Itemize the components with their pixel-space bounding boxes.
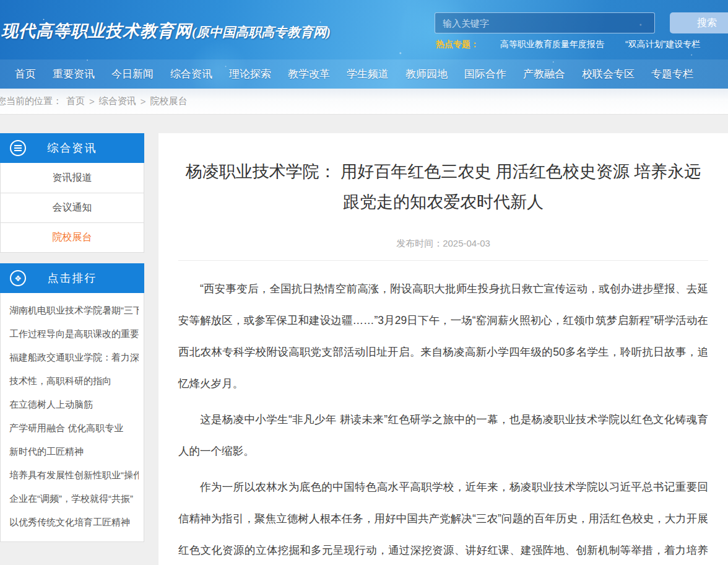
sidebar-category-header: 综合资讯	[0, 133, 144, 163]
sidebar-ranking-header: ❖ 点击排行	[0, 263, 144, 293]
breadcrumb-label: 您当前的位置：	[0, 95, 62, 107]
nav-item-teacher-garden[interactable]: 教师园地	[405, 67, 448, 81]
sidebar-category-panel: 综合资讯 资讯报道 会议通知 院校展台	[0, 133, 144, 253]
main-nav: 首页 重要资讯 今日新闻 综合资讯 理论探索 教学改革 学生频道 教师园地 国际…	[0, 59, 728, 89]
nav-item-school-association[interactable]: 校联会专区	[582, 67, 635, 81]
sidebar-category-items: 资讯报道 会议通知 院校展台	[0, 163, 144, 253]
nav-item-industry-education[interactable]: 产教融合	[523, 67, 565, 81]
nav-item-student-channel[interactable]: 学生频道	[347, 67, 389, 81]
article-paragraph: “西安事变后，全国抗日热情空前高涨，附设高职大批师生投身抗日救亡宣传运动，或创办…	[178, 273, 708, 400]
ranking-list-item[interactable]: 湖南机电职业技术学院暑期“三下...	[9, 299, 139, 322]
ranking-list-item[interactable]: 新时代的工匠精神	[9, 440, 139, 463]
breadcrumb: 您当前的位置： 首页 > 综合资讯 > 院校展台	[0, 89, 728, 115]
nav-item-special-columns[interactable]: 专题专栏	[651, 67, 693, 81]
diamond-circle-icon: ❖	[10, 270, 26, 286]
ranking-list-item[interactable]: 福建船政交通职业学院：着力深...	[9, 346, 139, 369]
search-input[interactable]	[435, 12, 655, 33]
site-logo: 现代高等职业技术教育网(原中国高职高专教育网)	[1, 20, 331, 42]
article-paragraph: 作为一所以农林水为底色的中国特色高水平高职学校，近年来，杨凌职业技术学院以习近平…	[178, 471, 708, 565]
nav-item-international[interactable]: 国际合作	[464, 67, 506, 81]
article-publish-info: 发布时间：2025-04-03	[178, 238, 708, 250]
sidebar-ranking-panel: ❖ 点击排行 湖南机电职业技术学院暑期“三下... 工作过程导向是高职课改的重要…	[0, 263, 144, 542]
site-logo-main: 现代高等职业技术教育网	[1, 22, 192, 40]
ranking-list-item[interactable]: 产学研用融合 优化高职专业	[9, 416, 139, 440]
nav-item-general-news[interactable]: 综合资讯	[170, 67, 212, 81]
menu-circle-icon	[10, 140, 26, 156]
article-panel: 杨凌职业技术学院： 用好百年红色三农史 用活红色校史资源 培养永远跟党走的知农爱…	[158, 133, 728, 565]
nav-item-teaching-reform[interactable]: 教学改革	[288, 67, 330, 81]
sidebar-ranking-list: 湖南机电职业技术学院暑期“三下... 工作过程导向是高职课改的重要... 福建船…	[0, 293, 144, 542]
nav-item-home[interactable]: 首页	[15, 67, 36, 81]
sidebar-item-news-report[interactable]: 资讯报道	[1, 163, 144, 193]
breadcrumb-section[interactable]: 综合资讯	[99, 95, 136, 107]
ranking-list-item[interactable]: 企业在“调频”，学校就得“共振”	[9, 487, 139, 510]
nav-item-theory[interactable]: 理论探索	[229, 67, 271, 81]
hot-topic-link-shuanggao[interactable]: “双高计划”建设专栏	[625, 39, 700, 50]
article-divider	[178, 260, 708, 261]
ranking-list-item[interactable]: 在立德树人上动脑筋	[9, 393, 139, 416]
breadcrumb-separator: >	[141, 96, 146, 107]
sidebar-category-title: 综合资讯	[48, 141, 97, 155]
hot-topics-label: 热点专题：	[436, 39, 479, 50]
site-header: 现代高等职业技术教育网(原中国高职高专教育网) 搜索 热点专题： 高等职业教育质…	[0, 0, 728, 89]
sidebar-ranking-title: 点击排行	[48, 271, 97, 286]
article-paragraph: 这是杨凌中小学生“非凡少年 耕读未来”红色研学之旅中的一幕，也是杨凌职业技术学院…	[178, 404, 708, 467]
ranking-list-item[interactable]: 技术性，高职科研的指向	[9, 369, 139, 393]
site-logo-sub: (原中国高职高专教育网)	[192, 25, 331, 40]
sidebar-item-school-showcase[interactable]: 院校展台	[1, 222, 144, 252]
article-body: “西安事变后，全国抗日热情空前高涨，附设高职大批师生投身抗日救亡宣传运动，或创办…	[178, 273, 708, 565]
breadcrumb-current[interactable]: 院校展台	[150, 95, 188, 107]
search-button[interactable]: 搜索	[670, 12, 728, 33]
nav-item-important-news[interactable]: 重要资讯	[53, 67, 95, 81]
hot-topics-row: 热点专题： 高等职业教育质量年度报告 “双高计划”建设专栏	[436, 39, 700, 50]
article-title: 杨凌职业技术学院： 用好百年红色三农史 用活红色校史资源 培养永远跟党走的知农爱…	[178, 157, 708, 217]
breadcrumb-home[interactable]: 首页	[66, 95, 85, 107]
ranking-list-item[interactable]: 以优秀传统文化培育工匠精神	[9, 510, 139, 534]
ranking-list-item[interactable]: 工作过程导向是高职课改的重要...	[9, 322, 139, 346]
sidebar-item-meeting-notice[interactable]: 会议通知	[1, 193, 144, 222]
ranking-list-item[interactable]: 培养具有发展性创新性职业“操作...	[9, 463, 139, 487]
nav-item-today-news[interactable]: 今日新闻	[111, 67, 154, 81]
hot-topic-link-annual-report[interactable]: 高等职业教育质量年度报告	[500, 39, 604, 50]
breadcrumb-separator: >	[89, 96, 95, 107]
